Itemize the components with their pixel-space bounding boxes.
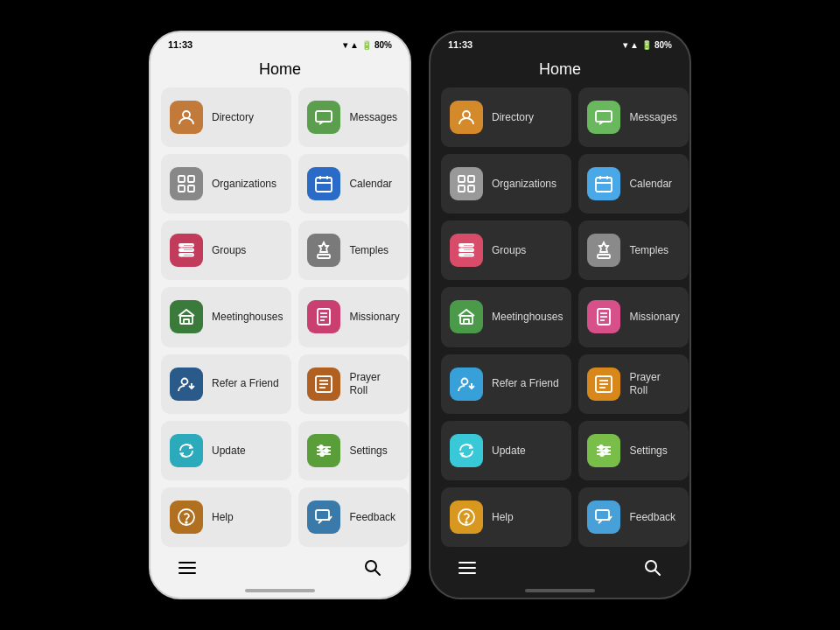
search-button[interactable] [362, 557, 383, 582]
svg-point-10 [181, 244, 183, 246]
grid-item-messages[interactable]: Messages [578, 88, 688, 147]
battery-icon: 🔋 [641, 40, 652, 50]
grid-item-help[interactable]: Help [161, 487, 291, 547]
svg-point-33 [186, 522, 187, 523]
settings-label: Settings [629, 444, 667, 457]
groups-label: Groups [212, 244, 246, 256]
grid-item-temples[interactable]: Temples [578, 220, 688, 280]
organizations-icon [170, 167, 203, 200]
grid-item-help[interactable]: Help [441, 487, 571, 547]
directory-label: Directory [212, 111, 254, 123]
svg-rect-49 [598, 255, 610, 258]
signal-icon: ▲ [350, 40, 359, 50]
battery-percent: 80% [654, 40, 672, 50]
svg-rect-13 [318, 255, 330, 258]
grid-item-calendar[interactable]: Calendar [298, 154, 408, 214]
help-label: Help [492, 511, 514, 523]
feedback-icon [307, 500, 340, 534]
meetinghouses-label: Meetinghouses [492, 311, 563, 323]
svg-point-12 [181, 254, 183, 256]
update-icon [170, 434, 203, 467]
svg-point-30 [325, 449, 328, 452]
grid-item-directory[interactable]: Directory [161, 88, 291, 147]
grid-item-refer[interactable]: Refer a Friend [441, 354, 571, 414]
grid-item-missionary[interactable]: Missionary [298, 287, 408, 346]
grid-item-update[interactable]: Update [441, 421, 571, 480]
phone-dark: 11:33 ▾ ▲ 🔋 80% Home Directory Messages … [429, 31, 691, 599]
svg-point-67 [600, 452, 604, 456]
missionary-icon [587, 300, 620, 333]
svg-point-29 [319, 445, 323, 449]
grid-item-settings[interactable]: Settings [578, 421, 688, 480]
search-button[interactable] [642, 557, 663, 582]
messages-label: Messages [349, 111, 397, 123]
temples-label: Temples [629, 244, 668, 256]
grid-item-settings[interactable]: Settings [298, 421, 408, 480]
svg-rect-37 [596, 111, 612, 122]
settings-icon [587, 434, 620, 467]
svg-point-0 [183, 111, 190, 118]
home-grid: Directory Messages Organizations Calenda… [430, 88, 690, 547]
refer-icon [450, 368, 483, 401]
grid-item-update[interactable]: Update [161, 421, 291, 480]
svg-point-46 [461, 244, 463, 246]
svg-point-57 [462, 378, 468, 384]
grid-item-groups[interactable]: Groups [161, 220, 291, 280]
grid-item-meetinghouses[interactable]: Meetinghouses [161, 287, 291, 346]
organizations-icon [450, 167, 483, 200]
grid-item-organizations[interactable]: Organizations [441, 154, 571, 214]
refer-label: Refer a Friend [492, 377, 559, 389]
menu-button[interactable] [177, 557, 198, 582]
status-bar: 11:33 ▾ ▲ 🔋 80% [150, 32, 410, 53]
calendar-icon [587, 167, 620, 200]
phone-light: 11:33 ▾ ▲ 🔋 80% Home Directory Messages … [149, 31, 411, 599]
status-time: 11:33 [168, 39, 192, 50]
settings-label: Settings [349, 444, 387, 457]
grid-item-feedback[interactable]: Feedback [578, 487, 688, 547]
svg-rect-1 [316, 111, 332, 122]
prayer-icon [587, 368, 620, 401]
grid-item-refer[interactable]: Refer a Friend [161, 354, 291, 414]
svg-point-69 [466, 522, 467, 523]
grid-item-directory[interactable]: Directory [441, 88, 571, 147]
svg-point-47 [461, 249, 463, 251]
grid-item-meetinghouses[interactable]: Meetinghouses [441, 287, 571, 346]
svg-rect-34 [316, 510, 329, 520]
refer-icon [170, 368, 203, 401]
grid-item-missionary[interactable]: Missionary [578, 287, 688, 346]
bottom-nav-bar [430, 547, 690, 589]
grid-item-groups[interactable]: Groups [441, 220, 571, 280]
svg-point-35 [366, 561, 376, 571]
svg-point-48 [461, 254, 463, 256]
svg-point-36 [463, 111, 470, 118]
grid-item-feedback[interactable]: Feedback [298, 487, 408, 547]
meetinghouses-icon [170, 300, 203, 333]
feedback-label: Feedback [349, 511, 396, 523]
grid-item-prayer[interactable]: Prayer Roll [298, 354, 408, 414]
feedback-label: Feedback [629, 511, 676, 523]
grid-item-prayer[interactable]: Prayer Roll [578, 354, 688, 414]
missionary-label: Missionary [349, 311, 399, 323]
bottom-nav-bar [150, 547, 410, 589]
grid-item-organizations[interactable]: Organizations [161, 154, 291, 214]
svg-rect-40 [458, 186, 465, 192]
battery-percent: 80% [374, 40, 392, 50]
messages-icon [307, 101, 340, 134]
page-title: Home [150, 53, 410, 88]
home-indicator [245, 589, 315, 592]
svg-rect-5 [188, 186, 194, 192]
help-icon [450, 500, 483, 534]
temples-icon [587, 234, 620, 267]
status-right: ▾ ▲ 🔋 80% [623, 40, 672, 50]
settings-icon [307, 434, 340, 467]
svg-point-71 [646, 561, 656, 571]
messages-icon [587, 101, 620, 134]
calendar-icon [307, 167, 340, 200]
temples-icon [307, 234, 340, 267]
grid-item-calendar[interactable]: Calendar [578, 154, 688, 214]
menu-button[interactable] [457, 557, 478, 582]
organizations-label: Organizations [492, 178, 556, 190]
meetinghouses-label: Meetinghouses [212, 311, 283, 323]
grid-item-messages[interactable]: Messages [298, 88, 408, 147]
grid-item-temples[interactable]: Temples [298, 220, 408, 280]
